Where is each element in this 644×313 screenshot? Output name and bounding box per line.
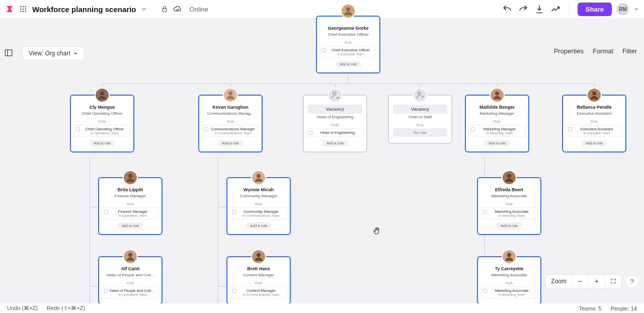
person-name: Alf Canti (121, 266, 140, 271)
role-checkbox[interactable] (309, 131, 313, 135)
person-card-mathilde[interactable]: Mathilde Benger Marketing Manager Role M… (465, 95, 529, 152)
person-card-kevan[interactable]: Kevan Garaghan Communications Manag... R… (198, 95, 263, 152)
add-role-button[interactable]: Add a role (335, 61, 361, 67)
person-card-bellanca[interactable]: Bellanca Pendle Executive Assistant Role… (562, 95, 626, 152)
role-item[interactable]: Chief Operating Officer in Operations Te… (74, 125, 130, 137)
user-avatar[interactable]: RM (617, 3, 629, 15)
add-role-button[interactable]: Add a role (496, 222, 522, 229)
share-button[interactable]: Share (578, 3, 612, 16)
vacancy-label: Vacancy (308, 107, 362, 112)
svg-point-12 (100, 92, 104, 96)
role-team: in Operations Team (110, 293, 156, 296)
role-checkbox[interactable] (76, 127, 80, 131)
online-status: Online (189, 6, 208, 13)
role-checkbox[interactable] (483, 210, 487, 214)
org-chart-canvas[interactable]: View: Org chart Properties Format Filter… (0, 18, 644, 303)
role-name: Community Manager (238, 209, 284, 214)
role-checkbox[interactable] (471, 127, 475, 131)
fullscreen-button[interactable] (605, 275, 621, 287)
person-title: Finance Manager (115, 194, 146, 198)
svg-point-3 (20, 9, 22, 10)
person-card-brita[interactable]: Brita Lippitt Finance Manager Role Finan… (98, 177, 163, 235)
role-name: Finance Manager (110, 209, 156, 214)
toggle-sidebar-button[interactable] (4, 48, 14, 58)
svg-point-1 (23, 6, 24, 8)
person-card-ty[interactable]: Ty Carreyette Marketing Associate Role M… (477, 256, 541, 304)
person-name: Brita Lippitt (118, 187, 143, 192)
role-team: in Operations Team (82, 131, 128, 135)
add-role-button[interactable]: Add a role (484, 140, 510, 146)
role-checkbox[interactable] (104, 210, 108, 214)
avatar (251, 249, 266, 264)
role-item[interactable]: Executive Assistant in Executive Team (566, 125, 622, 137)
person-card-brett[interactable]: Brett Hans Content Manager Role Content … (226, 256, 291, 304)
role-team: in Executive Team (328, 52, 374, 56)
filter-tab[interactable]: Filter (622, 47, 637, 55)
zoom-in-button[interactable] (589, 275, 605, 287)
avatar (251, 170, 266, 185)
role-checkbox[interactable] (232, 210, 236, 214)
add-role-button[interactable]: Add a role (322, 140, 348, 146)
right-sub-bar: Properties Format Filter (554, 47, 637, 55)
lock-icon[interactable] (161, 6, 168, 13)
role-item[interactable]: Head of Engineering (307, 128, 363, 137)
format-tab[interactable]: Format (593, 47, 613, 55)
add-role-button[interactable]: Add a role (581, 140, 607, 146)
zoom-label[interactable]: Zoom (546, 275, 572, 288)
vacancy-card-engineering[interactable]: Vacancy Head of Engineering Role Head of… (303, 95, 367, 152)
person-card-alf[interactable]: Alf Canti Head of People and Cult... Rol… (98, 256, 163, 304)
svg-rect-10 (5, 50, 12, 56)
apps-grid-icon[interactable] (19, 5, 27, 13)
role-item[interactable]: Communications Manager in Communications… (202, 125, 259, 137)
svg-point-23 (507, 253, 511, 257)
svg-point-15 (418, 92, 421, 95)
role-checkbox[interactable] (204, 127, 208, 131)
chevron-down-icon[interactable] (141, 6, 147, 12)
role-heading: Role (591, 120, 598, 123)
avatar (123, 170, 138, 185)
role-item[interactable]: Finance Manager in Operations Team (102, 207, 158, 219)
add-role-button[interactable]: Add a role (246, 222, 272, 229)
person-card-cly[interactable]: Cly Mengue Chief Operating Officer Role … (70, 95, 134, 152)
undo-button[interactable] (502, 4, 513, 15)
person-card-wynnie[interactable]: Wynnie Micah Community Manager Role Comm… (226, 177, 291, 235)
role-checkbox[interactable] (322, 48, 326, 52)
zoom-out-button[interactable] (572, 275, 589, 287)
add-role-button[interactable]: Add a role (117, 222, 143, 229)
undo-hint: Undo (⌘+Z) (7, 305, 38, 311)
svg-point-6 (20, 11, 22, 12)
add-role-button[interactable]: Add a role (89, 140, 115, 146)
redo-button[interactable] (518, 4, 529, 15)
role-item[interactable]: Marketing Manager in Marketing Team (469, 125, 525, 137)
add-role-button[interactable]: Add a role (217, 140, 244, 146)
person-name: Cly Mengue (90, 105, 115, 110)
help-button[interactable]: ? (625, 274, 639, 288)
role-team: in Communications Team (210, 131, 256, 135)
person-card-georgeanne[interactable]: Georgeanne Gorke Chief Executive Officer… (316, 16, 380, 73)
connector (218, 158, 218, 304)
person-name: Brett Hans (247, 266, 270, 271)
vacancy-card-chief-of-staff[interactable]: Vacancy Chief of Staff Role No role (388, 95, 452, 144)
connector (218, 207, 226, 207)
properties-tab[interactable]: Properties (554, 47, 584, 55)
trend-icon[interactable] (550, 4, 561, 15)
person-title: Community Manager (240, 194, 277, 198)
role-item[interactable]: Community Manager in Communications Team (230, 207, 287, 219)
view-selector[interactable]: View: Org chart (22, 46, 85, 60)
role-item[interactable]: Content Manager in Communications Team (230, 286, 287, 298)
role-item[interactable]: Head of People and Culture in Operations… (102, 286, 158, 298)
role-checkbox[interactable] (232, 289, 236, 293)
person-title: Chief of Staff (409, 115, 432, 119)
role-item[interactable]: Chief Executive Officer in Executive Tea… (320, 46, 376, 58)
download-button[interactable] (534, 4, 545, 15)
svg-point-14 (333, 92, 336, 95)
role-item[interactable]: Marketing Associate in Marketing Team (481, 207, 537, 219)
role-checkbox[interactable] (104, 289, 108, 293)
role-checkbox[interactable] (483, 289, 487, 293)
role-heading: Role (99, 120, 106, 123)
role-item[interactable]: Marketing Associate in Marketing Team (481, 286, 537, 298)
user-menu-chevron-icon[interactable] (634, 7, 639, 12)
role-checkbox[interactable] (568, 127, 572, 131)
document-title[interactable]: Workforce planning scenario (32, 5, 136, 14)
person-card-elfreda[interactable]: Elfreda Beert Marketing Associate Role M… (477, 177, 541, 235)
